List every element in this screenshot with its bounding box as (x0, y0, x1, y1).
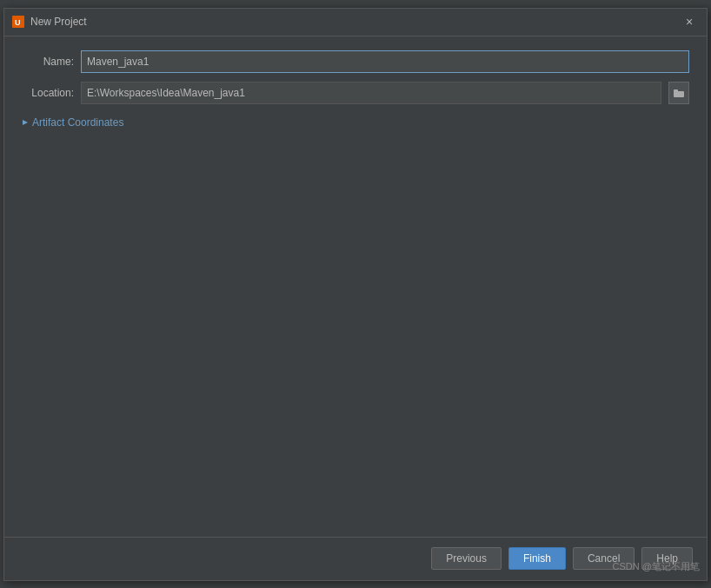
name-row: Name: (22, 50, 689, 73)
name-label: Name: (22, 56, 74, 68)
content-spacer (22, 137, 689, 523)
location-row: Location: (22, 82, 689, 104)
triangle-right-icon (22, 119, 29, 126)
content-area: Name: Location: Artifact Coordinates (4, 36, 707, 537)
artifact-section: Artifact Coordinates (22, 116, 689, 129)
finish-button[interactable]: Finish (508, 547, 566, 570)
app-icon: U (11, 15, 25, 29)
title-bar: U New Project × (4, 9, 707, 36)
folder-icon (674, 89, 684, 97)
location-input[interactable] (81, 82, 661, 104)
dialog-title: New Project (30, 16, 679, 28)
bottom-bar: Previous Finish Cancel Help (4, 537, 707, 580)
close-button[interactable]: × (679, 11, 700, 32)
location-label: Location: (22, 87, 74, 99)
svg-text:U: U (15, 18, 21, 27)
browse-button[interactable] (668, 82, 689, 104)
previous-button[interactable]: Previous (431, 547, 502, 570)
svg-marker-4 (23, 120, 28, 125)
help-button[interactable]: Help (641, 547, 693, 570)
artifact-coordinates-label: Artifact Coordinates (32, 116, 123, 129)
new-project-dialog: U New Project × Name: Location: (3, 8, 708, 581)
cancel-button[interactable]: Cancel (573, 547, 635, 570)
name-input[interactable] (81, 50, 689, 73)
svg-rect-2 (674, 91, 684, 97)
svg-rect-3 (674, 89, 678, 92)
artifact-coordinates-toggle[interactable]: Artifact Coordinates (22, 116, 123, 129)
